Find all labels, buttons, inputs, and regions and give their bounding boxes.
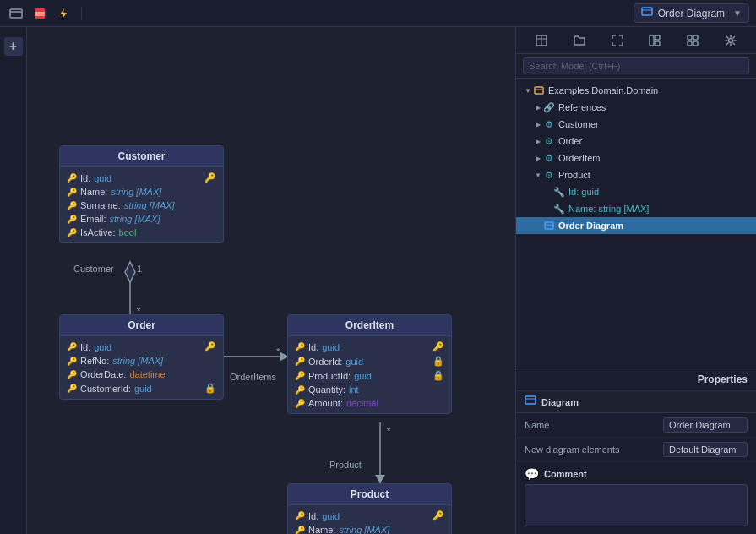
model-tree: ▼ Examples.Domain.Domain ▶ 🔗 References … [516, 79, 756, 368]
field-orderitem-quantity: 🔑 Quantity: int [288, 383, 451, 396]
top-toolbar: Order Diagram ▼ [0, 0, 756, 27]
tree-references-icon: 🔗 [543, 101, 555, 113]
svg-marker-5 [60, 8, 67, 19]
mult-customer-1: 1 [137, 264, 142, 274]
relation-label-orderitems: OrderItems [230, 372, 276, 382]
tree-order-label: Order [558, 136, 582, 146]
entity-customer-fields: 🔑 Id: guid 🔑 🔑 Name: string [MAX] 🔑 Surn… [60, 167, 223, 242]
toolbar-icon-bolt[interactable] [54, 4, 73, 23]
add-button[interactable]: + [4, 37, 23, 56]
diagram-title-chevron: ▼ [733, 8, 742, 18]
prop-name-label: Name [525, 420, 656, 430]
comment-icon: 💬 [525, 467, 539, 481]
field-customer-isactive: 🔑 IsActive: bool [60, 226, 223, 239]
key-icon: 🔑 [432, 510, 444, 521]
tree-product-expand: ▼ [533, 170, 543, 180]
rp-icon-grid[interactable] [683, 30, 703, 51]
relation-label-product: Product [329, 460, 362, 470]
svg-rect-18 [650, 35, 654, 46]
field-icon: 🔑 [67, 357, 77, 366]
field-icon: 🔑 [67, 201, 77, 210]
field-icon: 🔑 [295, 371, 305, 380]
field-orderitem-productid: 🔑 ProductId: guid 🔒 [288, 368, 451, 383]
tree-references-expand: ▶ [533, 102, 543, 112]
rp-icon-fullscreen[interactable] [607, 30, 628, 51]
entity-orderitem[interactable]: OrderItem 🔑 Id: guid 🔑 🔑 OrderId: guid 🔒… [287, 314, 452, 414]
tree-product-id-icon: 🔧 [553, 186, 565, 198]
rp-icon-table[interactable] [531, 30, 552, 51]
svg-marker-14 [375, 475, 385, 483]
entity-orderitem-fields: 🔑 Id: guid 🔑 🔑 OrderId: guid 🔒 🔑 Product… [288, 336, 451, 413]
field-icon: 🔑 [295, 342, 305, 351]
comment-title: Comment [544, 469, 587, 479]
diagram-title-text: Order Diagram [658, 8, 725, 19]
tree-order-expand: ▶ [533, 136, 543, 146]
diagram-canvas[interactable]: Customer 1 * OrderItems 1 * Product * 1 … [27, 27, 515, 534]
key-icon: 🔑 [204, 341, 216, 352]
tree-item-customer[interactable]: ▶ ⚙ Customer [516, 116, 756, 133]
prop-row-name: Name Order Diagram [516, 413, 756, 438]
field-icon: 🔑 [295, 357, 305, 366]
lock-icon: 🔒 [204, 383, 216, 394]
rp-icon-settings[interactable] [721, 30, 741, 51]
tree-item-order[interactable]: ▶ ⚙ Order [516, 133, 756, 150]
svg-point-25 [728, 38, 732, 42]
field-customer-id: 🔑 Id: guid 🔑 [60, 171, 223, 185]
field-order-orderdate: 🔑 OrderDate: datetime [60, 368, 223, 381]
entity-order[interactable]: Order 🔑 Id: guid 🔑 🔑 RefNo: string [MAX]… [59, 314, 224, 400]
field-icon: 🔑 [295, 385, 305, 395]
search-input[interactable] [523, 57, 749, 74]
tree-customer-icon: ⚙ [543, 118, 555, 130]
entity-product-header: Product [288, 484, 451, 505]
tree-root-label: Examples.Domain.Domain [548, 85, 658, 95]
tree-item-product-id[interactable]: 🔧 Id: guid [516, 183, 756, 200]
svg-rect-23 [688, 41, 692, 46]
properties-panel: Properties Diagram Name Order Diagram Ne… [516, 368, 756, 534]
search-bar [516, 54, 756, 79]
entity-orderitem-header: OrderItem [288, 315, 451, 336]
svg-rect-22 [693, 35, 698, 40]
tree-order-icon: ⚙ [543, 135, 555, 147]
field-customer-email: 🔑 Email: string [MAX] [60, 212, 223, 226]
tree-customer-expand: ▶ [533, 119, 543, 129]
tree-item-orderitem[interactable]: ▶ ⚙ OrderItem [516, 150, 756, 166]
svg-marker-9 [125, 262, 135, 282]
comment-input[interactable] [525, 484, 748, 526]
tree-product-icon: ⚙ [543, 169, 555, 181]
tree-order-diagram-icon [543, 220, 555, 232]
right-panel: ▼ Examples.Domain.Domain ▶ 🔗 References … [515, 27, 756, 534]
tree-item-product[interactable]: ▼ ⚙ Product [516, 166, 756, 183]
toolbar-icon-square[interactable] [7, 4, 25, 23]
mult-product-star: * [387, 426, 390, 436]
rp-icon-folder[interactable] [569, 30, 590, 51]
field-orderitem-id: 🔑 Id: guid 🔑 [288, 340, 451, 354]
entity-customer[interactable]: Customer 🔑 Id: guid 🔑 🔑 Name: string [MA… [59, 145, 224, 243]
field-orderitem-orderid: 🔑 OrderId: guid 🔒 [288, 354, 451, 368]
svg-rect-30 [525, 396, 536, 404]
field-icon: 🔑 [295, 399, 305, 408]
toolbar-separator [81, 7, 82, 20]
field-icon: 🔑 [67, 342, 77, 351]
left-sidebar: + [0, 27, 27, 534]
tree-orderitem-label: OrderItem [558, 153, 601, 163]
field-product-name: 🔑 Name: string [MAX] [288, 523, 451, 534]
tree-item-references[interactable]: ▶ 🔗 References [516, 99, 756, 116]
key-icon: 🔑 [432, 341, 444, 352]
diagram-title-icon [641, 6, 653, 20]
rp-icon-layout[interactable] [645, 30, 665, 51]
diagram-section-header: Diagram [516, 391, 756, 413]
entity-product[interactable]: Product 🔑 Id: guid 🔑 🔑 Name: string [MAX… [287, 483, 452, 534]
tree-item-order-diagram[interactable]: Order Diagram [516, 217, 756, 234]
field-icon: 🔑 [67, 173, 77, 183]
key-icon: 🔑 [204, 172, 216, 183]
toolbar-icon-layers[interactable] [30, 4, 49, 23]
connectors-svg [27, 27, 515, 534]
entity-customer-header: Customer [60, 146, 223, 167]
lock-icon: 🔒 [432, 356, 444, 367]
lock-icon: 🔒 [432, 370, 444, 381]
svg-rect-19 [655, 35, 660, 40]
diagram-title-bar[interactable]: Order Diagram ▼ [634, 3, 749, 23]
tree-root[interactable]: ▼ Examples.Domain.Domain [516, 82, 756, 99]
prop-row-new-diagram: New diagram elements Default Diagram [516, 438, 756, 462]
tree-item-product-name[interactable]: 🔧 Name: string [MAX] [516, 200, 756, 217]
